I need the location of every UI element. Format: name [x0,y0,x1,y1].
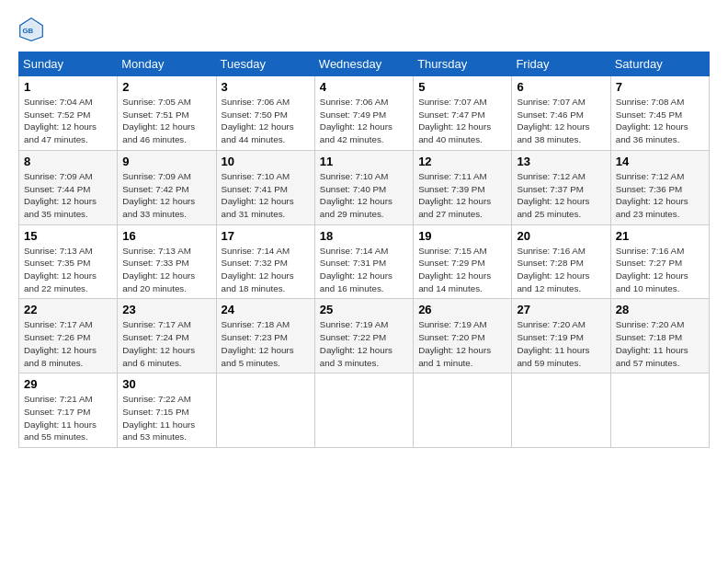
sunset-text: Sunset: 7:22 PM [320,332,386,342]
svg-text:GB: GB [22,27,33,35]
calendar-cell: 30 Sunrise: 7:22 AM Sunset: 7:15 PM Dayl… [118,373,216,448]
sunrise-text: Sunrise: 7:17 AM [24,319,93,329]
sunset-text: Sunset: 7:42 PM [122,184,188,194]
day-number: 20 [517,229,605,243]
cell-info: Sunrise: 7:16 AM Sunset: 7:28 PM Dayligh… [517,245,605,295]
sunrise-text: Sunrise: 7:05 AM [122,97,191,107]
day-number: 21 [616,229,704,243]
sunrise-text: Sunrise: 7:10 AM [222,171,290,181]
calendar-cell [414,373,512,448]
daylight-text: Daylight: 12 hours and 25 minutes. [517,196,589,219]
sunrise-text: Sunrise: 7:13 AM [24,246,93,256]
calendar-cell: 10 Sunrise: 7:10 AM Sunset: 7:41 PM Dayl… [216,150,314,224]
cell-info: Sunrise: 7:20 AM Sunset: 7:18 PM Dayligh… [616,318,704,369]
sunrise-text: Sunrise: 7:19 AM [320,319,389,329]
sunset-text: Sunset: 7:39 PM [418,184,484,194]
calendar-cell: 1 Sunrise: 7:04 AM Sunset: 7:52 PM Dayli… [19,76,118,151]
calendar-cell: 7 Sunrise: 7:08 AM Sunset: 7:45 PM Dayli… [610,76,709,151]
sunrise-text: Sunrise: 7:12 AM [517,171,586,181]
calendar-cell [314,373,413,448]
day-number: 8 [24,155,112,168]
calendar-cell: 24 Sunrise: 7:18 AM Sunset: 7:23 PM Dayl… [216,299,314,373]
day-number: 10 [222,155,310,168]
daylight-text: Daylight: 11 hours and 57 minutes. [616,345,688,368]
daylight-text: Daylight: 12 hours and 23 minutes. [616,196,688,219]
calendar-cell [610,373,709,448]
sunset-text: Sunset: 7:40 PM [320,184,386,194]
sunset-text: Sunset: 7:32 PM [222,258,288,268]
daylight-text: Daylight: 11 hours and 53 minutes. [122,419,195,442]
calendar-cell: 18 Sunrise: 7:14 AM Sunset: 7:31 PM Dayl… [314,224,413,299]
sunrise-text: Sunrise: 7:13 AM [122,246,191,256]
calendar-table: Sunday Monday Tuesday Wednesday Thursday… [18,52,710,448]
sunset-text: Sunset: 7:19 PM [517,332,583,342]
calendar-cell: 19 Sunrise: 7:15 AM Sunset: 7:29 PM Dayl… [414,224,512,299]
day-number: 9 [122,155,210,168]
daylight-text: Daylight: 12 hours and 35 minutes. [24,196,97,219]
calendar-cell: 28 Sunrise: 7:20 AM Sunset: 7:18 PM Dayl… [610,299,709,373]
sunrise-text: Sunrise: 7:19 AM [418,319,487,329]
day-number: 24 [222,303,310,316]
week-row-1: 1 Sunrise: 7:04 AM Sunset: 7:52 PM Dayli… [19,76,710,151]
calendar-cell: 25 Sunrise: 7:19 AM Sunset: 7:22 PM Dayl… [314,299,413,373]
logo-icon: GB [18,17,44,42]
sunset-text: Sunset: 7:26 PM [24,332,90,342]
sunset-text: Sunset: 7:29 PM [418,258,484,268]
cell-info: Sunrise: 7:10 AM Sunset: 7:41 PM Dayligh… [222,170,310,221]
sunset-text: Sunset: 7:47 PM [418,109,484,120]
daylight-text: Daylight: 12 hours and 33 minutes. [122,196,195,219]
sunrise-text: Sunrise: 7:16 AM [517,246,586,256]
sunset-text: Sunset: 7:46 PM [517,109,583,120]
sunset-text: Sunset: 7:36 PM [616,184,682,194]
calendar-cell: 15 Sunrise: 7:13 AM Sunset: 7:35 PM Dayl… [19,224,118,299]
sunset-text: Sunset: 7:50 PM [222,109,288,120]
col-friday: Friday [512,52,610,76]
cell-info: Sunrise: 7:12 AM Sunset: 7:36 PM Dayligh… [616,170,704,221]
cell-info: Sunrise: 7:21 AM Sunset: 7:17 PM Dayligh… [24,393,112,443]
day-number: 13 [517,155,605,168]
cell-info: Sunrise: 7:07 AM Sunset: 7:47 PM Dayligh… [418,96,506,146]
day-number: 25 [320,303,408,316]
sunset-text: Sunset: 7:28 PM [517,258,583,268]
daylight-text: Daylight: 12 hours and 42 minutes. [320,121,392,144]
cell-info: Sunrise: 7:07 AM Sunset: 7:46 PM Dayligh… [517,96,605,146]
sunrise-text: Sunrise: 7:22 AM [122,394,191,404]
header: GB [18,17,710,42]
day-number: 18 [320,229,408,243]
sunrise-text: Sunrise: 7:09 AM [122,171,191,181]
cell-info: Sunrise: 7:12 AM Sunset: 7:37 PM Dayligh… [517,170,605,221]
calendar-cell: 6 Sunrise: 7:07 AM Sunset: 7:46 PM Dayli… [512,76,610,151]
calendar-cell: 3 Sunrise: 7:06 AM Sunset: 7:50 PM Dayli… [216,76,314,151]
calendar-cell: 22 Sunrise: 7:17 AM Sunset: 7:26 PM Dayl… [19,299,118,373]
cell-info: Sunrise: 7:20 AM Sunset: 7:19 PM Dayligh… [517,318,605,369]
sunset-text: Sunset: 7:31 PM [320,258,386,268]
week-row-5: 29 Sunrise: 7:21 AM Sunset: 7:17 PM Dayl… [19,373,710,448]
sunrise-text: Sunrise: 7:08 AM [616,97,685,107]
daylight-text: Daylight: 12 hours and 36 minutes. [616,121,688,144]
calendar-header-row: Sunday Monday Tuesday Wednesday Thursday… [19,52,710,76]
day-number: 16 [122,229,210,243]
sunset-text: Sunset: 7:18 PM [616,332,682,342]
calendar-cell: 11 Sunrise: 7:10 AM Sunset: 7:40 PM Dayl… [314,150,413,224]
daylight-text: Daylight: 11 hours and 55 minutes. [24,419,97,442]
sunset-text: Sunset: 7:45 PM [616,109,682,120]
week-row-4: 22 Sunrise: 7:17 AM Sunset: 7:26 PM Dayl… [19,299,710,373]
calendar-cell: 16 Sunrise: 7:13 AM Sunset: 7:33 PM Dayl… [118,224,216,299]
day-number: 12 [418,155,506,168]
cell-info: Sunrise: 7:18 AM Sunset: 7:23 PM Dayligh… [222,318,310,369]
daylight-text: Daylight: 12 hours and 8 minutes. [24,345,97,368]
daylight-text: Daylight: 12 hours and 14 minutes. [418,270,491,293]
sunset-text: Sunset: 7:41 PM [222,184,288,194]
calendar-cell [216,373,314,448]
sunrise-text: Sunrise: 7:20 AM [517,319,586,329]
calendar-cell: 27 Sunrise: 7:20 AM Sunset: 7:19 PM Dayl… [512,299,610,373]
sunrise-text: Sunrise: 7:06 AM [222,97,290,107]
cell-info: Sunrise: 7:09 AM Sunset: 7:42 PM Dayligh… [122,170,210,221]
cell-info: Sunrise: 7:16 AM Sunset: 7:27 PM Dayligh… [616,245,704,295]
daylight-text: Daylight: 12 hours and 44 minutes. [222,121,294,144]
calendar-cell: 12 Sunrise: 7:11 AM Sunset: 7:39 PM Dayl… [414,150,512,224]
page: GB Sunday Monday Tuesday Wednesday Thurs… [0,0,728,563]
cell-info: Sunrise: 7:22 AM Sunset: 7:15 PM Dayligh… [122,393,210,443]
sunset-text: Sunset: 7:49 PM [320,109,386,120]
sunset-text: Sunset: 7:17 PM [24,407,90,417]
